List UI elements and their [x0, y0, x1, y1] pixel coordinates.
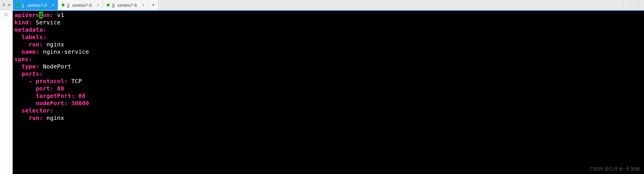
search-icon[interactable]	[4, 12, 9, 17]
yaml-line: ports:	[14, 70, 642, 78]
tab-close-icon[interactable]: ×	[96, 3, 100, 7]
toolbar-right-controls	[620, 0, 644, 10]
tab-label: centos7-5	[72, 3, 94, 8]
cursor: i	[39, 11, 43, 19]
yaml-line: targetPort: 80	[14, 92, 642, 100]
yaml-line: labels:	[14, 34, 642, 41]
close-panel-icon[interactable]	[7, 3, 11, 7]
tab-centos7-5[interactable]: 2 centos7-5 ×	[58, 0, 103, 10]
status-dot-icon	[62, 4, 65, 6]
pin-icon[interactable]	[2, 3, 6, 7]
tab-number: 3	[112, 3, 114, 8]
yaml-line: metadata:	[14, 26, 642, 34]
left-gutter	[0, 10, 13, 174]
plus-icon: +	[152, 2, 155, 8]
tab-label: centos7-6	[117, 3, 139, 8]
watermark-text: CSDN @白开水~不加糖	[589, 165, 640, 173]
nav-back-icon[interactable]	[620, 2, 626, 8]
tab-number: 2	[67, 3, 69, 8]
yaml-line: kind: Service	[14, 19, 642, 26]
nav-forward-icon[interactable]	[628, 2, 634, 8]
yaml-line: run: nginx	[14, 114, 642, 122]
terminal-output[interactable]: apiVersion: v1 kind: Service metadata: l…	[13, 10, 644, 174]
toolbar-left-controls	[0, 0, 13, 10]
yaml-line: nodePort: 30000	[14, 100, 642, 107]
tab-centos7-4[interactable]: 1 centos7-4 ×	[13, 0, 58, 10]
yaml-line: type: NodePort	[14, 63, 642, 70]
tab-close-icon[interactable]: ×	[141, 3, 145, 7]
yaml-line: spec:	[14, 56, 642, 63]
yaml-line: port: 80	[14, 85, 642, 92]
tab-centos7-6[interactable]: 3 centos7-6 ×	[103, 0, 148, 10]
tab-label: centos7-4	[27, 3, 49, 8]
tabs-container: 1 centos7-4 × 2 centos7-5 × 3 centos7-6 …	[13, 0, 159, 10]
yaml-line: selector:	[14, 107, 642, 114]
content-row: apiVersion: v1 kind: Service metadata: l…	[0, 10, 644, 174]
tab-bar: 1 centos7-4 × 2 centos7-5 × 3 centos7-6 …	[0, 0, 644, 10]
svg-point-0	[4, 13, 7, 16]
yaml-line: - protocol: TCP	[14, 78, 642, 85]
yaml-line: apiVersion: v1	[14, 11, 642, 19]
tab-number: 1	[22, 3, 24, 8]
yaml-line: name: nginx-service	[14, 48, 642, 56]
tab-close-icon[interactable]: ×	[51, 3, 55, 7]
chevron-down-icon[interactable]	[636, 2, 642, 8]
new-tab-button[interactable]: +	[148, 0, 159, 10]
yaml-line: run: nginx	[14, 41, 642, 48]
status-dot-icon	[107, 4, 110, 6]
status-dot-icon	[17, 4, 19, 6]
